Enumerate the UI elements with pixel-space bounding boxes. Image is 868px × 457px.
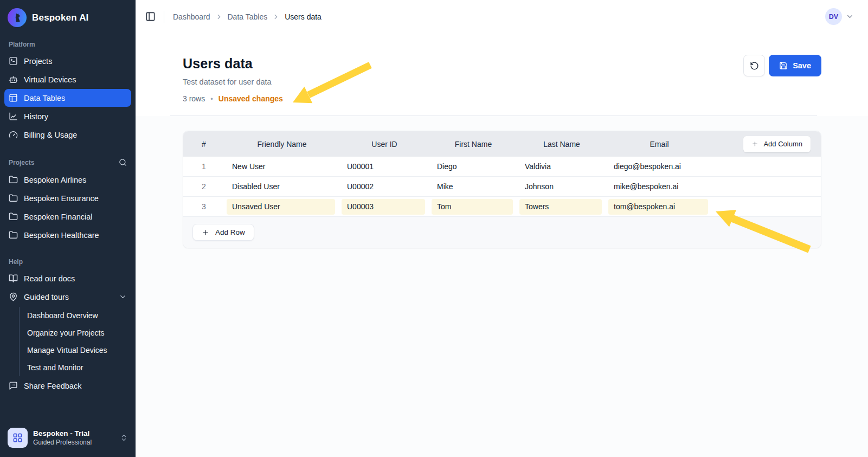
cell-first-name[interactable]: Mike [432,179,513,195]
table-header-row: # Friendly Name User ID First Name Last … [183,131,821,157]
org-grid-icon [8,428,28,448]
help-nav: Read our docs Guided tours Dashboard Ove… [0,269,136,395]
chevron-down-icon[interactable] [846,12,854,21]
cell-user-id[interactable]: U00003 [342,199,425,215]
breadcrumb-users-data: Users data [285,12,322,21]
projects-nav: Bespoken Airlines Bespoken Ensurance Bes… [0,171,136,244]
sidebar-item-bespoken-airlines[interactable]: Bespoken Airlines [4,171,131,189]
map-pin-icon [9,292,18,301]
project-search-button[interactable] [119,158,127,166]
column-header-index: # [183,131,224,157]
table-canvas: # Friendly Name User ID First Name Last … [136,116,868,457]
unsaved-changes-badge: Unsaved changes [218,94,283,103]
cell-email[interactable]: mike@bespoken.ai [608,179,708,195]
cell-last-name[interactable]: Johnson [519,179,602,195]
cell-friendly-name[interactable]: New User [227,159,335,175]
table-row: 2 Disabled User U00002 Mike Johnson mike… [183,177,821,197]
add-row-button[interactable]: Add Row [192,224,254,241]
org-switcher[interactable]: Bespoken - Trial Guided Professional [0,421,136,457]
breadcrumb: Dashboard Data Tables Users data [173,12,322,21]
page-meta: 3 rows • Unsaved changes [183,94,868,103]
folder-icon [9,175,18,184]
column-header-user-id[interactable]: User ID [339,131,429,157]
tour-item-dashboard-overview[interactable]: Dashboard Overview [20,307,131,324]
book-open-icon [9,274,18,283]
chevron-down-icon [119,293,127,301]
sidebar-item-share-feedback[interactable]: Share Feedback [4,377,131,395]
add-column-button[interactable]: Add Column [743,136,811,152]
bot-icon [9,75,18,84]
topbar: Dashboard Data Tables Users data DV [136,0,868,33]
data-table-card: # Friendly Name User ID First Name Last … [183,131,821,248]
section-label-projects: Projects [9,159,34,166]
cell-first-name[interactable]: Tom [432,199,513,215]
sidebar-item-read-our-docs[interactable]: Read our docs [4,269,131,287]
cell-friendly-name[interactable]: Disabled User [227,179,335,195]
sidebar-item-guided-tours[interactable]: Guided tours [4,288,131,306]
sidebar-item-bespoken-healthcare[interactable]: Bespoken Healthcare [4,226,131,244]
tour-item-test-and-monitor[interactable]: Test and Monitor [20,359,131,376]
org-name: Bespoken - Trial [33,429,92,437]
column-header-email[interactable]: Email [606,131,712,157]
chart-line-icon [9,112,18,121]
sidebar: Bespoken AI Platform Projects Virtual De… [0,0,136,457]
cell-email[interactable]: tom@bespoken.ai [608,199,708,215]
filler-cell [712,177,821,196]
undo-button[interactable] [743,55,765,76]
cell-user-id[interactable]: U00002 [342,179,425,195]
org-plan: Guided Professional [33,439,92,446]
gauge-icon [9,130,18,139]
table-footer: Add Row [183,217,821,248]
sidebar-item-projects[interactable]: Projects [4,52,131,70]
topbar-divider [164,11,164,23]
meta-separator: • [210,95,213,103]
page-subtitle: Test dataset for user data [183,78,868,86]
tour-item-manage-virtual-devices[interactable]: Manage Virtual Devices [20,342,131,359]
chevron-right-icon [215,13,223,21]
table-icon [9,93,18,102]
cell-last-name[interactable]: Towers [519,199,602,215]
row-number: 3 [183,197,224,216]
cell-first-name[interactable]: Diego [432,159,513,175]
folder-icon [9,230,18,240]
panel-left-icon [145,11,156,22]
chevron-right-icon [272,13,280,21]
sidebar-item-history[interactable]: History [4,107,131,125]
tour-item-organize-your-projects[interactable]: Organize your Projects [20,324,131,342]
filler-cell [712,197,821,216]
sidebar-item-billing-usage[interactable]: Billing & Usage [4,126,131,144]
topbar-right: DV [825,8,854,25]
cell-user-id[interactable]: U00001 [342,159,425,175]
avatar[interactable]: DV [825,8,842,25]
brand[interactable]: Bespoken AI [0,0,136,33]
section-label-platform: Platform [0,41,136,48]
sidebar-item-data-tables[interactable]: Data Tables [4,89,131,107]
plus-icon [751,140,758,147]
sidebar-toggle-button[interactable] [145,11,156,22]
breadcrumb-dashboard[interactable]: Dashboard [173,12,210,21]
save-icon [779,61,788,70]
folder-icon [9,212,18,221]
main-area: Dashboard Data Tables Users data DV User… [136,0,868,457]
column-header-first-name[interactable]: First Name [429,131,517,157]
sidebar-item-virtual-devices[interactable]: Virtual Devices [4,70,131,88]
breadcrumb-data-tables[interactable]: Data Tables [228,12,268,21]
cell-friendly-name[interactable]: Unsaved User [227,199,335,215]
filler-cell [712,157,821,176]
sidebar-item-bespoken-ensurance[interactable]: Bespoken Ensurance [4,189,131,207]
table-row: 1 New User U00001 Diego Valdivia diego@b… [183,157,821,177]
save-button[interactable]: Save [769,55,821,76]
brand-name: Bespoken AI [32,12,89,23]
plus-icon [202,229,209,236]
chevrons-up-down-icon [120,434,128,442]
column-header-friendly-name[interactable]: Friendly Name [224,131,339,157]
row-count: 3 rows [183,94,205,103]
guided-tours-submenu: Dashboard Overview Organize your Project… [19,307,131,376]
column-header-last-name[interactable]: Last Name [517,131,606,157]
rotate-ccw-icon [750,61,759,70]
cell-email[interactable]: diego@bespoken.ai [608,159,708,175]
sidebar-item-bespoken-financial[interactable]: Bespoken Financial [4,208,131,226]
cell-last-name[interactable]: Valdivia [519,159,602,175]
projects-section-header: Projects [0,158,136,166]
bespoken-logo-icon [8,8,27,27]
